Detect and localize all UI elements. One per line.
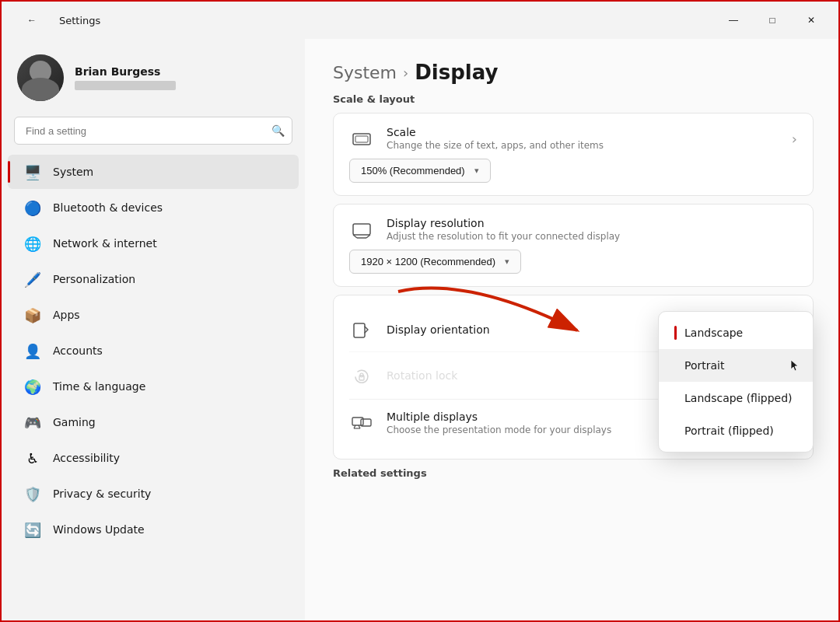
- sidebar-item-apps[interactable]: 📦 Apps: [8, 298, 299, 332]
- windows-update-icon: 🔄: [23, 520, 42, 539]
- breadcrumb-display: Display: [415, 61, 498, 84]
- related-settings-title: Related settings: [333, 467, 814, 479]
- privacy-icon: 🛡️: [23, 484, 42, 503]
- cursor-icon: [789, 358, 800, 372]
- resolution-dropdown[interactable]: 1920 × 1200 (Recommended) ▾: [349, 250, 521, 274]
- sidebar-item-label-network: Network & internet: [53, 237, 157, 250]
- titlebar-left: ← Settings: [14, 8, 100, 33]
- sidebar-item-label-apps: Apps: [53, 309, 80, 321]
- scale-card: Scale Change the size of text, apps, and…: [333, 113, 814, 196]
- sidebar-item-label-system: System: [53, 166, 93, 178]
- sidebar-item-network[interactable]: 🌐 Network & internet: [8, 226, 299, 260]
- sidebar-item-privacy[interactable]: 🛡️ Privacy & security: [8, 477, 299, 511]
- search-input[interactable]: [14, 117, 292, 145]
- orientation-option-portrait-flipped[interactable]: Portrait (flipped): [659, 414, 813, 447]
- scale-info: Scale Change the size of text, apps, and…: [387, 126, 779, 151]
- sidebar-item-gaming[interactable]: 🎮 Gaming: [8, 405, 299, 439]
- scale-icon: [349, 126, 374, 151]
- section-scale-layout-title: Scale & layout: [333, 93, 814, 105]
- breadcrumb-system: System: [333, 63, 397, 82]
- sidebar-item-label-windows-update: Windows Update: [53, 523, 145, 536]
- sidebar-item-time[interactable]: 🌍 Time & language: [8, 369, 299, 404]
- maximize-button[interactable]: □: [754, 8, 790, 33]
- orientation-option-landscape[interactable]: Landscape: [659, 316, 813, 349]
- user-info: Brian Burgess: [75, 65, 176, 90]
- system-icon: 🖥️: [23, 162, 42, 181]
- scale-dropdown-chevron-icon: ▾: [474, 166, 479, 176]
- sidebar-item-accounts[interactable]: 👤 Accounts: [8, 334, 299, 368]
- search-box: 🔍: [14, 117, 292, 145]
- resolution-dropdown-chevron-icon: ▾: [505, 257, 509, 267]
- sidebar-item-system[interactable]: 🖥️ System: [8, 155, 299, 189]
- titlebar: ← Settings — □ ✕: [2, 2, 840, 39]
- user-section: Brian Burgess: [2, 48, 305, 114]
- sidebar-item-bluetooth[interactable]: 🔵 Bluetooth & devices: [8, 190, 299, 225]
- resolution-card: Display resolution Adjust the resolution…: [333, 204, 814, 287]
- settings-window: ← Settings — □ ✕ Brian Burgess: [2, 2, 840, 622]
- svg-rect-6: [354, 323, 365, 337]
- resolution-row: Display resolution Adjust the resolution…: [349, 217, 797, 242]
- orientation-dropdown-menu: Landscape Portrait Landscape (flipped): [658, 311, 814, 453]
- breadcrumb: System › Display: [333, 61, 814, 84]
- titlebar-controls: — □ ✕: [716, 8, 829, 33]
- time-icon: 🌍: [23, 377, 42, 396]
- rotation-icon: [349, 363, 374, 388]
- orientation-option-portrait-flipped-label: Portrait (flipped): [684, 425, 774, 437]
- scale-chevron-icon: ›: [792, 131, 797, 147]
- bluetooth-icon: 🔵: [23, 198, 42, 217]
- scale-row: Scale Change the size of text, apps, and…: [349, 126, 797, 151]
- multiple-displays-icon: [349, 411, 374, 435]
- scale-value: 150% (Recommended): [361, 165, 465, 176]
- main-content: System › Display Scale & layout Scale: [305, 39, 840, 622]
- user-email-bar: [75, 81, 176, 90]
- orientation-option-landscape-flipped-label: Landscape (flipped): [684, 392, 793, 404]
- avatar-body: [22, 78, 59, 101]
- no-indicator: [674, 424, 677, 438]
- scale-desc: Change the size of text, apps, and other…: [387, 140, 779, 151]
- sidebar-item-label-accounts: Accounts: [53, 344, 103, 357]
- minimize-button[interactable]: —: [716, 8, 751, 33]
- no-indicator: [674, 358, 677, 372]
- orientation-option-portrait-label: Portrait: [684, 359, 724, 372]
- avatar: [17, 54, 64, 101]
- sidebar-item-label-accessibility: Accessibility: [53, 452, 120, 464]
- sidebar-item-accessibility[interactable]: ♿ Accessibility: [8, 441, 299, 475]
- orientation-option-landscape-flipped[interactable]: Landscape (flipped): [659, 382, 813, 414]
- svg-rect-2: [353, 224, 370, 235]
- sidebar-item-label-time: Time & language: [53, 380, 145, 393]
- svg-rect-1: [355, 136, 368, 142]
- search-icon: 🔍: [271, 124, 285, 137]
- resolution-title: Display resolution: [387, 217, 797, 229]
- resolution-info: Display resolution Adjust the resolution…: [387, 217, 797, 242]
- sidebar-item-label-privacy: Privacy & security: [53, 487, 151, 500]
- close-button[interactable]: ✕: [793, 8, 829, 33]
- gaming-icon: 🎮: [23, 413, 42, 432]
- no-indicator: [674, 391, 677, 405]
- resolution-desc: Adjust the resolution to fit your connec…: [387, 231, 797, 242]
- user-name: Brian Burgess: [75, 65, 176, 78]
- orientation-option-portrait[interactable]: Portrait: [659, 349, 813, 382]
- back-button[interactable]: ←: [14, 8, 50, 33]
- breadcrumb-chevron-icon: ›: [403, 65, 408, 81]
- accessibility-icon: ♿: [23, 449, 42, 467]
- sidebar-item-personalization[interactable]: 🖊️ Personalization: [8, 262, 299, 296]
- sidebar-item-label-bluetooth: Bluetooth & devices: [53, 201, 163, 214]
- personalization-icon: 🖊️: [23, 270, 42, 288]
- apps-icon: 📦: [23, 306, 42, 324]
- resolution-icon: [349, 217, 374, 242]
- active-indicator: [674, 326, 677, 340]
- orientation-icon: [349, 317, 374, 342]
- sidebar-item-label-gaming: Gaming: [53, 416, 96, 428]
- accounts-icon: 👤: [23, 341, 42, 360]
- scale-title: Scale: [387, 126, 779, 138]
- orientation-option-landscape-label: Landscape: [684, 327, 743, 339]
- sidebar-item-windows-update[interactable]: 🔄 Windows Update: [8, 512, 299, 547]
- scale-dropdown[interactable]: 150% (Recommended) ▾: [349, 159, 491, 183]
- app-title: Settings: [59, 15, 100, 26]
- sidebar-item-label-personalization: Personalization: [53, 273, 135, 285]
- content-area: Brian Burgess 🔍 🖥️ System 🔵 Bluetooth & …: [2, 39, 840, 622]
- network-icon: 🌐: [23, 234, 42, 253]
- sidebar: Brian Burgess 🔍 🖥️ System 🔵 Bluetooth & …: [2, 39, 305, 622]
- resolution-value: 1920 × 1200 (Recommended): [361, 256, 495, 267]
- avatar-image: [17, 54, 64, 101]
